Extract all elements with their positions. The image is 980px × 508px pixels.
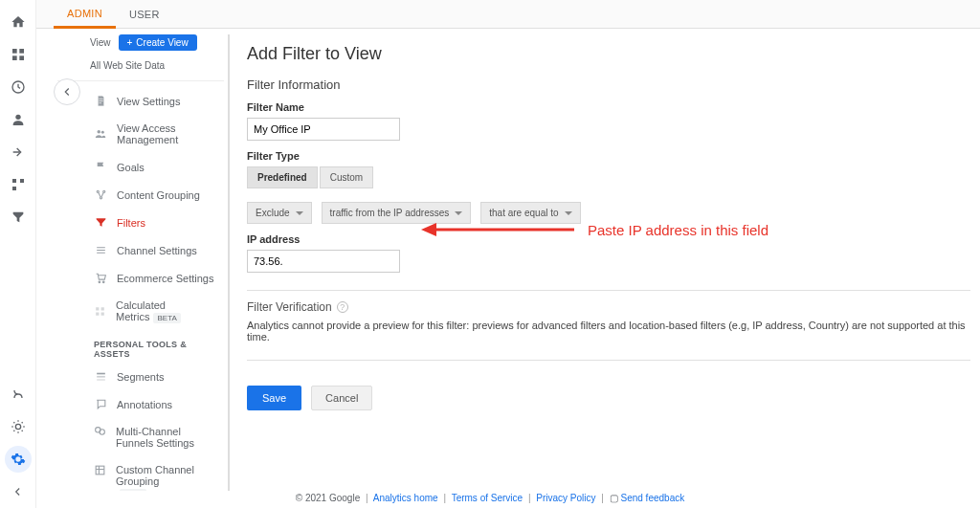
ip-address-input[interactable] (247, 250, 400, 273)
svg-point-12 (99, 281, 100, 283)
filter-name-input[interactable] (247, 118, 400, 141)
discover-icon[interactable] (5, 413, 32, 440)
page-title: Add Filter to View (247, 44, 970, 64)
svg-point-5 (15, 115, 20, 120)
sidebar-annotations[interactable]: Annotations (57, 390, 224, 418)
back-button[interactable] (54, 78, 80, 105)
main-content: Add Filter to View Filter Information Fi… (247, 44, 970, 491)
svg-point-13 (102, 281, 104, 283)
svg-rect-16 (97, 379, 105, 381)
traffic-source-dropdown[interactable]: traffic from the IP addresses (322, 202, 472, 224)
cancel-button[interactable]: Cancel (311, 386, 372, 410)
create-view-button[interactable]: +Create View (119, 34, 197, 51)
privacy-link[interactable]: Privacy Policy (536, 493, 595, 503)
funnel-icon (94, 426, 106, 438)
svg-rect-3 (19, 55, 24, 60)
note-icon (94, 398, 107, 410)
tab-admin[interactable]: ADMIN (54, 0, 116, 29)
admin-gear-icon[interactable] (5, 446, 32, 473)
chevron-down-icon (565, 211, 572, 215)
svg-rect-0 (12, 49, 17, 54)
svg-rect-19 (96, 466, 104, 475)
svg-rect-15 (97, 376, 105, 378)
svg-point-7 (98, 130, 101, 134)
custom-button[interactable]: Custom (320, 166, 373, 188)
expression-dropdown[interactable]: that are equal to (480, 202, 580, 224)
conversions-icon[interactable] (5, 204, 32, 231)
document-icon (94, 95, 107, 107)
filter-type-label: Filter Type (247, 150, 970, 162)
personal-tools-header: PERSONAL TOOLS & ASSETS (57, 330, 224, 363)
sidebar-custom-channel[interactable]: Custom Channel GroupingBETA (57, 456, 224, 491)
sidebar-content-grouping[interactable]: Content Grouping (57, 181, 224, 209)
view-selector[interactable]: All Web Site Data (57, 56, 224, 81)
filter-name-label: Filter Name (247, 101, 970, 113)
filter-info-header: Filter Information (247, 77, 970, 92)
ip-address-label: IP address (247, 233, 970, 245)
predefined-button[interactable]: Predefined (247, 166, 318, 188)
svg-point-18 (100, 430, 104, 434)
cart-icon (94, 272, 107, 284)
divider (247, 290, 970, 291)
sidebar-goals[interactable]: Goals (57, 153, 224, 181)
sidebar-calculated-metrics[interactable]: Calculated MetricsBETA (57, 292, 224, 330)
sidebar-filters[interactable]: Filters (57, 209, 224, 236)
sidebar-ecommerce[interactable]: Ecommerce Settings (57, 264, 224, 292)
sidebar-channel-settings[interactable]: Channel Settings (57, 236, 224, 264)
svg-point-9 (97, 190, 99, 192)
help-icon[interactable]: ? (337, 301, 348, 313)
flag-icon (94, 161, 107, 173)
filter-icon (94, 216, 107, 229)
filter-verification-header: Filter Verification ? (247, 300, 970, 314)
acquisition-icon[interactable] (5, 139, 32, 166)
admin-sidebar: View +Create View All Web Site Data View… (57, 34, 230, 491)
svg-point-11 (100, 197, 101, 199)
top-tabs: ADMIN USER (36, 0, 980, 29)
svg-point-10 (102, 190, 104, 192)
chevron-down-icon (296, 211, 303, 215)
svg-rect-2 (12, 55, 17, 60)
tab-user[interactable]: USER (116, 0, 173, 29)
terms-link[interactable]: Terms of Service (452, 493, 523, 503)
sidebar-view-settings[interactable]: View Settings (57, 87, 224, 115)
stack-icon (94, 244, 107, 256)
branch-icon (94, 188, 107, 201)
sidebar-view-access[interactable]: View Access Management (57, 115, 224, 153)
analytics-home-link[interactable]: Analytics home (373, 493, 438, 503)
sidebar-segments[interactable]: Segments (57, 363, 224, 390)
metrics-icon (94, 305, 106, 318)
feedback-link[interactable]: Send feedback (620, 493, 684, 503)
svg-rect-1 (19, 49, 24, 54)
view-label: View (90, 37, 111, 48)
svg-rect-14 (97, 373, 105, 375)
copyright-text: © 2021 Google (296, 493, 360, 503)
home-icon[interactable] (5, 9, 32, 35)
svg-point-6 (15, 424, 20, 429)
feedback-icon: ▢ (610, 493, 618, 503)
behavior-icon[interactable] (5, 171, 32, 198)
channel-icon (94, 464, 106, 476)
svg-point-8 (101, 131, 104, 134)
attribution-icon[interactable] (5, 381, 32, 408)
chevron-down-icon (455, 211, 462, 215)
dashboard-icon[interactable] (5, 41, 32, 68)
verification-message: Analytics cannot provide a preview for t… (247, 320, 970, 342)
save-button[interactable]: Save (247, 386, 301, 410)
footer: © 2021 Google | Analytics home | Terms o… (0, 493, 980, 508)
sidebar-multichannel[interactable]: Multi-Channel Funnels Settings (57, 418, 224, 456)
divider (247, 360, 970, 361)
clock-icon[interactable] (5, 74, 32, 100)
segments-icon (94, 370, 107, 383)
exclude-dropdown[interactable]: Exclude (247, 202, 312, 224)
user-icon[interactable] (5, 106, 32, 133)
people-icon (94, 127, 107, 141)
left-nav-rail (0, 0, 36, 508)
